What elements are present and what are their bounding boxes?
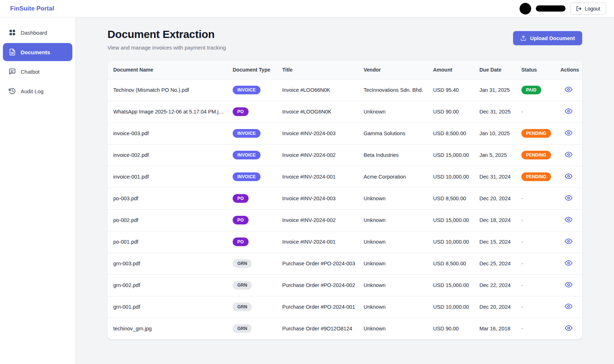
view-document-button[interactable] (560, 86, 572, 93)
status-badge: - (521, 239, 523, 245)
document-name-cell: TechInov (Mismatch PO No.).pdf (107, 79, 229, 101)
column-header-status: Status (518, 61, 557, 79)
table-row: grn-001.pdf GRN Purchase Order #PO-2024-… (107, 296, 582, 318)
status-badge: - (521, 282, 523, 288)
actions-cell (557, 296, 582, 318)
document-type-badge: GRN (233, 281, 252, 290)
due-date-cell: Mar 16, 2018 (476, 318, 518, 339)
due-date-cell: Jan 31, 2025 (476, 79, 518, 101)
sidebar-item-label: Chatbot (21, 69, 40, 75)
amount-cell: USD 10,000.00 (429, 296, 476, 318)
upload-document-label: Upload Document (530, 35, 575, 41)
column-header-vendor: Vendor (360, 61, 429, 79)
document-type-badge: GRN (233, 303, 252, 311)
sidebar: Dashboard Documents Chatbot (0, 17, 76, 364)
actions-cell (557, 209, 582, 231)
document-name-cell: po-003.pdf (107, 188, 229, 209)
document-type-cell: INVOICE (229, 166, 279, 188)
table-row: grn-002.pdf GRN Purchase Order #PO-2024-… (107, 274, 582, 296)
eye-icon (565, 107, 572, 115)
document-type-cell: GRN (229, 253, 279, 274)
view-document-button[interactable] (560, 324, 572, 332)
amount-cell: USD 15,000.00 (429, 209, 476, 231)
amount-cell: USD 8,500.00 (429, 188, 476, 209)
amount-cell: USD 8,500.00 (429, 123, 476, 144)
avatar[interactable] (520, 3, 531, 14)
sidebar-item-dashboard[interactable]: Dashboard (3, 23, 72, 42)
title-cell: Invoice #INV-2024-002 (279, 144, 360, 166)
table-header-row: Document Name Document Type Title Vendor… (107, 61, 582, 79)
title-cell: Invoice #LOOG6N0K (279, 101, 360, 123)
document-type-badge: GRN (233, 324, 252, 333)
layout: Dashboard Documents Chatbot (0, 17, 614, 364)
history-icon (9, 87, 16, 95)
amount-cell: USD 15,000.00 (429, 274, 476, 296)
due-date-cell: Jan 5, 2025 (476, 144, 518, 166)
brand-logo[interactable]: FinSuite Portal (10, 5, 54, 12)
view-document-button[interactable] (560, 281, 572, 288)
view-document-button[interactable] (560, 151, 572, 158)
actions-cell (557, 231, 582, 253)
title-cell: Purchase Order #PO-2024-003 (279, 253, 360, 274)
logout-label: Logout (585, 6, 600, 12)
logout-button[interactable]: Logout (570, 3, 606, 15)
document-name-cell: grn-003.pdf (107, 253, 229, 274)
due-date-cell: Dec 20, 2024 (476, 296, 518, 318)
due-date-cell: Dec 31, 2025 (476, 101, 518, 123)
document-name-cell: grn-001.pdf (107, 296, 229, 318)
due-date-cell: Dec 22, 2024 (476, 274, 518, 296)
document-name-cell: po-001.pdf (107, 231, 229, 253)
document-type-badge: INVOICE (233, 172, 261, 181)
view-document-button[interactable] (560, 129, 572, 137)
status-badge: PENDING (521, 172, 551, 181)
document-type-badge: PO (233, 194, 249, 203)
document-type-badge: PO (233, 107, 249, 116)
documents-table: Document Name Document Type Title Vendor… (107, 61, 582, 339)
vendor-cell: Beta Industries (360, 144, 429, 166)
amount-cell: USD 15,000.00 (429, 144, 476, 166)
column-header-amount: Amount (429, 61, 476, 79)
eye-icon (565, 172, 572, 180)
due-date-cell: Dec 20, 2024 (476, 188, 518, 209)
sidebar-item-label: Dashboard (21, 30, 47, 36)
status-cell: PENDING (518, 123, 557, 144)
view-document-button[interactable] (560, 237, 572, 245)
eye-icon (565, 194, 572, 202)
view-document-button[interactable] (560, 107, 572, 115)
eye-icon (565, 237, 572, 245)
title-cell: Invoice #INV-2024-003 (279, 188, 360, 209)
view-document-button[interactable] (560, 303, 572, 310)
view-document-button[interactable] (560, 259, 572, 267)
actions-cell (557, 123, 582, 144)
view-document-button[interactable] (560, 216, 572, 223)
sidebar-item-chatbot[interactable]: Chatbot (3, 63, 72, 81)
table-row: techinov_grn.jpg GRN Purchase Order #9O1… (107, 318, 582, 339)
vendor-cell: Unknown (360, 209, 429, 231)
vendor-cell: Unknown (360, 296, 429, 318)
status-cell: - (518, 318, 557, 339)
actions-cell (557, 274, 582, 296)
document-name-cell: WhatsApp Image 2025-12-06 at 5.17.04 PM.… (107, 101, 229, 123)
sidebar-item-label: Documents (21, 49, 50, 55)
due-date-cell: Dec 18, 2024 (476, 209, 518, 231)
eye-icon (565, 216, 572, 223)
logout-icon (576, 6, 582, 12)
table-row: invoice-003.pdf INVOICE Invoice #INV-202… (107, 123, 582, 144)
view-document-button[interactable] (560, 172, 572, 180)
page-header: Document Extraction View and manage invo… (107, 28, 582, 51)
sidebar-item-audit-log[interactable]: Audit Log (3, 82, 72, 100)
document-type-cell: INVOICE (229, 123, 279, 144)
view-document-button[interactable] (560, 194, 572, 202)
document-icon (9, 48, 16, 56)
column-header-due-date: Due Date (476, 61, 518, 79)
upload-icon (520, 35, 526, 41)
user-name-redacted (536, 5, 566, 12)
vendor-cell: Unknown (360, 231, 429, 253)
document-name-cell: grn-002.pdf (107, 274, 229, 296)
sidebar-item-documents[interactable]: Documents (3, 43, 72, 61)
document-type-badge: INVOICE (233, 86, 261, 94)
upload-document-button[interactable]: Upload Document (513, 31, 582, 45)
status-cell: PENDING (518, 144, 557, 166)
table-row: grn-003.pdf GRN Purchase Order #PO-2024-… (107, 253, 582, 274)
status-cell: - (518, 274, 557, 296)
